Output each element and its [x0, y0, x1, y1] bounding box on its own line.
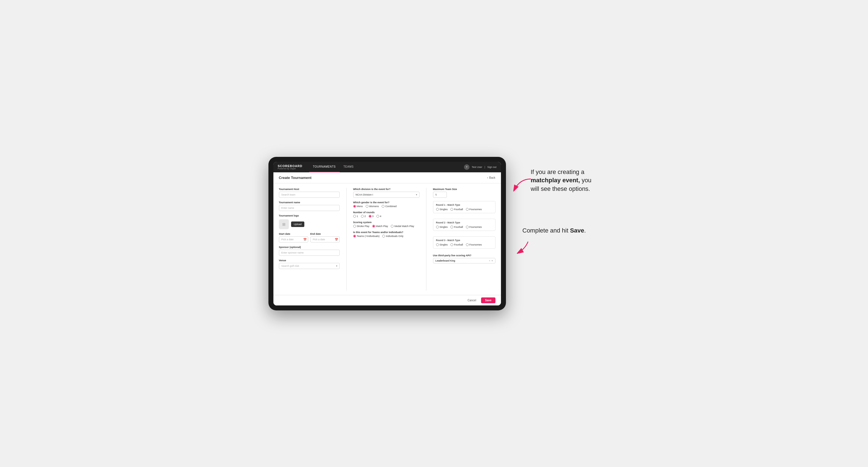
- division-group: Which division is the event for? NCAA Di…: [353, 188, 420, 198]
- nav-right: T Test User | Sign out: [464, 164, 496, 170]
- mid-column: Which division is the event for? NCAA Di…: [353, 188, 420, 290]
- round1-match-type-group: Round 1 - Match Type Singles Fourball: [433, 201, 495, 213]
- max-team-size-label: Maximum Team Size: [433, 188, 495, 191]
- gender-group: Which gender is the event for? Mens Wome…: [353, 201, 420, 208]
- image-icon: ⊞: [282, 222, 285, 226]
- start-date-label: Start date: [279, 232, 308, 235]
- round2-fourball[interactable]: Fourball: [451, 226, 463, 228]
- teams-option[interactable]: Teams (+Individuals): [353, 235, 380, 238]
- round1-fourball-radio[interactable]: [451, 208, 453, 211]
- round-1-label: 1: [357, 215, 358, 218]
- nav-tournaments[interactable]: TOURNAMENTS: [309, 162, 340, 172]
- round3-match-radio-group: Singles Fourball Foursomes: [436, 243, 492, 246]
- round1-fourball-label: Fourball: [454, 208, 463, 211]
- round1-singles[interactable]: Singles: [436, 208, 448, 211]
- round2-singles-radio[interactable]: [436, 226, 439, 228]
- round1-fourball[interactable]: Fourball: [451, 208, 463, 211]
- end-date-wrapper: 📅: [310, 237, 340, 243]
- round3-fourball-radio[interactable]: [451, 243, 453, 246]
- gender-mens[interactable]: Mens: [353, 205, 363, 208]
- back-label: Back: [489, 176, 495, 179]
- sponsor-label: Sponsor (optional): [279, 246, 340, 249]
- scoring-group: Scoring system Stroke Play Match Play: [353, 221, 420, 227]
- tournament-host-input[interactable]: [279, 192, 340, 198]
- annotation-2-text: Complete and hit Save.: [523, 226, 600, 235]
- scoring-stroke[interactable]: Stroke Play: [353, 225, 370, 227]
- sponsor-input[interactable]: [279, 250, 340, 256]
- round3-foursomes[interactable]: Foursomes: [466, 243, 482, 246]
- round3-foursomes-radio[interactable]: [466, 243, 469, 246]
- individuals-radio[interactable]: [382, 235, 385, 238]
- save-button[interactable]: Save: [481, 298, 495, 303]
- round2-singles[interactable]: Singles: [436, 226, 448, 228]
- third-party-expand-icon[interactable]: ▾: [492, 259, 493, 262]
- individuals-label-text: Individuals Only: [386, 235, 403, 238]
- gender-combined[interactable]: Combined: [382, 205, 397, 208]
- scoring-medal[interactable]: Medal Match Play: [391, 225, 414, 227]
- round3-singles[interactable]: Singles: [436, 243, 448, 246]
- gender-mens-radio[interactable]: [353, 205, 356, 208]
- round-3-label: 3: [372, 215, 374, 218]
- round3-fourball[interactable]: Fourball: [451, 243, 463, 246]
- venue-input[interactable]: [279, 263, 340, 269]
- tournament-host-group: Tournament Host: [279, 188, 340, 198]
- content-header: Create Tournament ‹ Back: [273, 172, 501, 183]
- round-4-label: 4: [380, 215, 381, 218]
- end-date-input[interactable]: [310, 237, 340, 243]
- round-4[interactable]: 4: [376, 215, 381, 218]
- tournament-name-input[interactable]: [279, 205, 340, 211]
- teams-label-text: Teams (+Individuals): [357, 235, 380, 238]
- tournament-host-label: Tournament Host: [279, 188, 340, 191]
- third-party-select[interactable]: Leaderboard King × ▾: [433, 258, 495, 263]
- round-3-radio[interactable]: [369, 215, 371, 218]
- venue-group: Venue: [279, 259, 340, 269]
- round-4-radio[interactable]: [376, 215, 379, 218]
- round1-singles-radio[interactable]: [436, 208, 439, 211]
- tournament-logo-group: Tournament logo ⊞ Upload: [279, 214, 340, 229]
- round-1[interactable]: 1: [353, 215, 358, 218]
- back-button[interactable]: ‹ Back: [487, 176, 495, 179]
- nav-teams[interactable]: TEAMS: [340, 162, 358, 172]
- round2-fourball-radio[interactable]: [451, 226, 453, 228]
- round2-foursomes[interactable]: Foursomes: [466, 226, 482, 228]
- gender-radio-group: Mens Womens Combined: [353, 205, 420, 208]
- nav-logo: SCOREBOARD Powered by clippit: [278, 164, 302, 169]
- teams-radio-group: Teams (+Individuals) Individuals Only: [353, 235, 420, 238]
- division-select[interactable]: NCAA Division I: [353, 192, 420, 198]
- venue-label: Venue: [279, 259, 340, 262]
- round1-foursomes[interactable]: Foursomes: [466, 208, 482, 211]
- scoring-medal-radio[interactable]: [391, 225, 394, 227]
- annotation-arrow-2: [514, 240, 531, 254]
- round3-singles-radio[interactable]: [436, 243, 439, 246]
- gender-mens-label: Mens: [357, 205, 363, 208]
- round-1-radio[interactable]: [353, 215, 356, 218]
- upload-button[interactable]: Upload: [291, 221, 305, 227]
- logo-title: SCOREBOARD: [278, 164, 302, 168]
- round2-foursomes-radio[interactable]: [466, 226, 469, 228]
- teams-radio[interactable]: [353, 235, 356, 238]
- cancel-button[interactable]: Cancel: [465, 298, 479, 303]
- annotation-arrow-1: [512, 176, 533, 193]
- signout-link[interactable]: Sign out: [487, 166, 496, 168]
- nav-bar: SCOREBOARD Powered by clippit TOURNAMENT…: [273, 162, 501, 172]
- max-team-size-input[interactable]: [433, 192, 447, 198]
- round1-match-radio-group: Singles Fourball Foursomes: [436, 208, 492, 211]
- annotation-1-text: If you are creating a matchplay event, y…: [531, 168, 600, 193]
- start-date-input[interactable]: [279, 237, 308, 243]
- rounds-group: Number of rounds 1 2: [353, 211, 420, 218]
- start-date-wrapper: 📅: [279, 237, 308, 243]
- individuals-option[interactable]: Individuals Only: [382, 235, 403, 238]
- gender-womens[interactable]: Womens: [366, 205, 379, 208]
- round-2-radio[interactable]: [361, 215, 364, 218]
- round-3[interactable]: 3: [369, 215, 374, 218]
- third-party-close-icon[interactable]: ×: [489, 259, 490, 262]
- scoring-match[interactable]: Match Play: [372, 225, 388, 227]
- gender-womens-radio[interactable]: [366, 205, 368, 208]
- round1-foursomes-radio[interactable]: [466, 208, 469, 211]
- scoring-match-radio[interactable]: [372, 225, 375, 227]
- round3-match-type-title: Round 3 - Match Type: [436, 239, 492, 242]
- gender-combined-radio[interactable]: [382, 205, 384, 208]
- round-2[interactable]: 2: [361, 215, 366, 218]
- scoring-stroke-radio[interactable]: [353, 225, 356, 227]
- division-select-wrapper: NCAA Division I: [353, 192, 420, 198]
